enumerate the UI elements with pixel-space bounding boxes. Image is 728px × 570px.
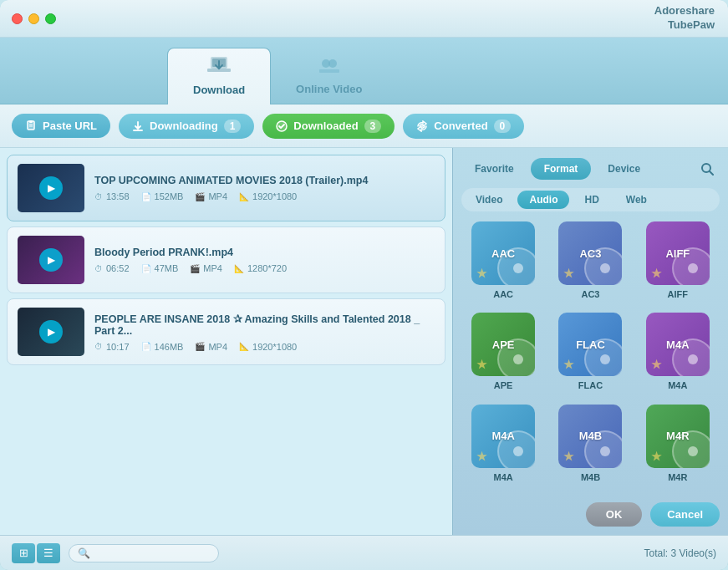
format-label-ape: APE [494,380,513,390]
file-meta: ⏱ 06:52 📄 47MB 🎬 MP4 📐 [94,263,435,273]
format-tab-favorite[interactable]: Favorite [461,158,527,180]
type-tab-web[interactable]: Web [614,191,659,209]
format-label-flac: FLAC [578,380,603,390]
meta-duration: ⏱ 13:58 [94,191,130,201]
format-label-aac: AAC [493,289,513,299]
format-icon-m4a: M4A ★ [646,313,710,376]
format-label-m4b: M4B [581,472,600,482]
format-label-ac3: AC3 [581,289,599,299]
app-title: Adoreshare TubePaw [654,4,715,33]
app-window: Adoreshare TubePaw Download [0,0,728,570]
format-label-aiff: AIFF [668,289,688,299]
format-label-m4a: M4A [668,380,687,390]
online-video-tab-icon [318,56,341,79]
tab-bar: Download Online Video [0,38,728,104]
meta-duration: ⏱ 06:52 [94,263,130,273]
format-icon: 🎬 [190,264,200,273]
file-info: TOP UPCOMING ANIMATED MOVIES 2018 (Trail… [94,175,435,201]
play-icon: ▶ [39,176,63,200]
tab-download[interactable]: Download [167,48,271,104]
format-tab-device[interactable]: Device [594,158,654,180]
meta-resolution: 📐 1920*1080 [239,191,297,201]
download-tab-icon [207,57,231,80]
format-icon-aiff: AIFF ★ [646,221,710,285]
svg-rect-2 [207,69,231,72]
resolution-icon: 📐 [239,192,249,201]
file-icon: 📄 [141,264,151,273]
format-footer: OK Cancel [461,499,720,527]
format-tab-format[interactable]: Format [531,158,592,180]
converted-label: Converted [434,120,487,132]
file-icon: 📄 [141,192,151,201]
format-search-button[interactable] [695,156,720,181]
format-item-ac3[interactable]: AC3 ★ AC3 [550,221,630,306]
play-icon: ▶ [39,320,63,344]
downloaded-badge: 3 [364,120,382,133]
downloaded-icon [276,120,288,132]
list-view-button[interactable]: ☰ [37,543,60,563]
thumbnail: ▶ [18,164,84,212]
meta-format: 🎬 MP4 [195,342,227,352]
converted-badge: 0 [494,120,512,133]
maximize-button[interactable] [45,13,56,24]
format-item-flac[interactable]: FLAC ★ FLAC [550,313,630,397]
tab-online-video[interactable]: Online Video [271,48,387,104]
format-item-aac[interactable]: AAC ★ AAC [463,221,543,306]
total-count: Total: 3 Video(s) [644,547,717,559]
format-icon-ac3: AC3 ★ [558,221,622,285]
svg-rect-7 [29,120,33,123]
grid-view-button[interactable]: ⊞ [12,543,35,563]
format-icon-m4a2: M4A ★ [471,405,535,468]
list-item[interactable]: ▶ Bloody Period PRANK!.mp4 ⏱ 06:52 📄 47M… [7,226,445,293]
view-toggle: ⊞ ☰ [12,543,60,563]
minimize-button[interactable] [28,13,39,24]
format-panel: Favorite Format Device Video Audio HD We… [452,148,728,535]
format-icon-ape: APE ★ [471,313,535,376]
type-tab-audio[interactable]: Audio [517,191,569,209]
bottom-bar: ⊞ ☰ 🔍 Total: 3 Video(s) [0,535,728,570]
meta-format: 🎬 MP4 [195,191,227,201]
file-name: Bloody Period PRANK!.mp4 [94,247,435,258]
format-icon-flac: FLAC ★ [558,313,622,376]
search-input[interactable] [95,547,212,559]
svg-point-4 [328,59,337,68]
downloading-icon [132,120,144,132]
file-icon: 📄 [141,342,151,351]
paste-url-button[interactable]: Paste URL [12,114,110,138]
main-content: ▶ TOP UPCOMING ANIMATED MOVIES 2018 (Tra… [0,148,728,535]
paste-icon [25,120,37,132]
format-item-m4a2[interactable]: M4A ★ M4A [463,405,543,489]
close-button[interactable] [12,13,23,24]
converted-icon [416,120,428,132]
downloading-button[interactable]: Downloading 1 [119,114,254,139]
format-item-m4a[interactable]: M4A ★ M4A [638,313,718,397]
meta-size: 📄 47MB [141,263,179,273]
cancel-button[interactable]: Cancel [650,502,720,527]
title-bar: Adoreshare TubePaw [0,0,728,38]
file-info: Bloody Period PRANK!.mp4 ⏱ 06:52 📄 47MB … [94,247,435,273]
format-item-m4b[interactable]: M4B ★ M4B [550,405,630,489]
format-icon-m4b: M4B ★ [558,405,622,468]
downloading-label: Downloading [150,120,218,132]
ok-button[interactable]: OK [586,502,643,527]
format-item-ape[interactable]: APE ★ APE [463,313,543,397]
type-tab-hd[interactable]: HD [573,191,610,209]
downloaded-button[interactable]: Downloaded 3 [262,114,395,139]
downloaded-label: Downloaded [293,120,358,132]
type-tabs: Video Audio HD Web [461,188,720,211]
format-item-m4r[interactable]: M4R ★ M4R [638,405,718,489]
tab-download-label: Download [193,84,245,96]
search-bar[interactable]: 🔍 [69,544,219,562]
search-icon [700,162,714,176]
file-name: PEOPLE ARE INSANE 2018 ✰ Amazing Skills … [94,313,435,337]
play-icon: ▶ [39,248,63,272]
list-item[interactable]: ▶ PEOPLE ARE INSANE 2018 ✰ Amazing Skill… [7,298,445,365]
format-grid: AAC ★ AAC AC3 ★ AC3 AIFF [461,218,720,492]
converted-button[interactable]: Converted 0 [403,114,524,139]
list-item[interactable]: ▶ TOP UPCOMING ANIMATED MOVIES 2018 (Tra… [7,155,445,221]
svg-rect-5 [319,69,339,73]
format-item-aiff[interactable]: AIFF ★ AIFF [638,221,718,306]
type-tab-video[interactable]: Video [464,191,514,209]
clock-icon: ⏱ [94,192,103,201]
meta-size: 📄 152MB [141,191,184,201]
